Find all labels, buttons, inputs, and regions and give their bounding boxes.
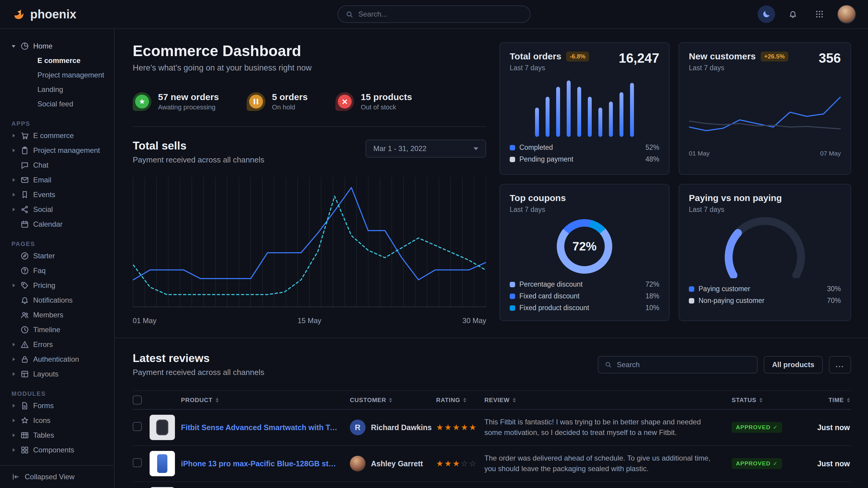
stat-blob-icon: × [335,92,354,111]
column-label: TIME [829,397,844,403]
all-products-button[interactable]: All products [764,356,823,373]
sidebar-item-authentication[interactable]: Authentication [0,352,114,366]
donut-center: 72% [564,227,605,266]
sidebar-item-icons[interactable]: Icons [0,413,114,428]
sidebar-item-events[interactable]: Events [0,187,114,202]
sidebar-item-faq[interactable]: Faq [0,263,114,278]
collapsed-view-toggle[interactable]: Collapsed View [0,465,114,488]
row-checkbox[interactable] [133,458,142,467]
column-header-customer[interactable]: CUSTOMER [350,397,436,403]
legend-swatch [510,294,515,299]
sidebar-item-forms[interactable]: Forms [0,398,114,413]
column-header-status[interactable]: STATUS [732,397,804,403]
sidebar-item-layouts[interactable]: Layouts [0,366,114,381]
select-all-checkbox[interactable] [133,395,142,404]
column-label: RATING [436,397,460,403]
navbar-actions [757,5,856,24]
product-link[interactable]: Fitbit Sense Advanced Smartwatch with To… [181,423,350,432]
legend-label: Percentage discount [519,280,583,289]
legend-swatch [510,145,515,151]
sidebar-item-chat[interactable]: Chat [0,158,114,172]
apps-menu-button[interactable] [811,5,828,23]
date-range-select[interactable]: Mar 1 - 31, 2022 [366,139,486,158]
search-icon [345,10,353,19]
sidebar-item-notifications[interactable]: Notifications [0,293,114,307]
clock-icon [20,325,29,334]
sidebar-item-project-management[interactable]: Project management [0,68,114,82]
sidebar-item-email[interactable]: Email [0,172,114,187]
sidebar-item-project-management[interactable]: Project management [0,143,114,158]
orders-legend: Completed52%Pending payment48% [510,143,659,163]
sort-icon [847,398,850,402]
sidebar-item-e-commerce[interactable]: E commerce [0,128,114,143]
sidebar-item-components[interactable]: Components [0,443,114,457]
column-label: STATUS [732,397,756,403]
legend-item: Paying customer30% [689,285,841,293]
sidebar-item-e-commerce[interactable]: E commerce [0,53,114,68]
brand[interactable]: phoenix [12,7,76,21]
card-period: Last 7 days [689,64,841,72]
top-navbar: phoenix [0,0,868,29]
sidebar-item-pricing[interactable]: Pricing [0,278,114,293]
sidebar-item-label: Tables [33,431,54,440]
column-header-product[interactable]: PRODUCT [181,397,350,403]
moon-icon [762,10,771,19]
sidebar-item-social-feed[interactable]: Social feed [0,97,114,111]
column-header-rating[interactable]: RATING [436,397,484,403]
mail-icon [20,175,29,185]
sidebar-item-label: Icons [33,416,50,425]
notifications-button[interactable] [784,5,802,23]
sidebar-item-timeline[interactable]: Timeline [0,322,114,337]
product-image[interactable] [150,451,175,476]
customer-avatar[interactable]: R [350,420,366,435]
product-link[interactable]: iPhone 13 pro max-Pacific Blue-128GB sto… [181,459,350,468]
order-bar [535,108,539,137]
user-avatar[interactable] [837,5,856,24]
new-customers-card: New customers +26.5% Last 7 days 356 01 … [679,42,851,175]
order-bar [630,83,634,137]
time-cell: Just now [804,459,851,468]
column-header-time[interactable]: TIME [804,397,851,403]
legend-value: 18% [645,292,659,300]
search-icon [604,361,612,368]
theme-toggle-button[interactable] [757,5,775,23]
reviews-search-input[interactable] [616,360,751,369]
star-icon: ★ [453,423,461,432]
calendar-icon [20,220,29,229]
column-label: REVIEW [484,397,510,403]
sidebar-item-landing[interactable]: Landing [0,82,114,97]
grid-icon [20,446,29,455]
sidebar-item-members[interactable]: Members [0,307,114,322]
bookmark-icon [20,190,29,199]
sidebar-item-label: Timeline [33,326,60,334]
row-checkbox[interactable] [133,422,142,431]
legend-value: 10% [645,304,659,312]
order-bar [619,92,623,137]
customer-avatar[interactable] [350,456,366,471]
more-options-button[interactable]: ... [829,356,851,373]
product-image[interactable] [150,415,175,440]
star-icon: ☆ [461,459,469,468]
search-input[interactable] [358,10,523,19]
compass-icon [20,251,29,260]
sidebar-item-errors[interactable]: Errors [0,337,114,352]
sidebar-item-tables[interactable]: Tables [0,428,114,443]
sidebar-item-starter[interactable]: Starter [0,248,114,263]
tag-icon [20,281,29,290]
sidebar-section-title-pages: PAGES [0,239,114,248]
table-row: Fitbit Sense Advanced Smartwatch with To… [133,410,851,446]
caret-spacer [11,254,16,258]
latest-reviews-section: Latest reviews Payment received across a… [115,337,868,488]
customer-name: Richard Dawkins [371,423,432,432]
column-header-review[interactable]: REVIEW [484,397,732,403]
sidebar-item-calendar[interactable]: Calendar [0,217,114,231]
sidebar-item-label: Layouts [33,370,59,378]
sidebar-item-social[interactable]: Social [0,202,114,217]
coupons-donut-chart: 72% [557,219,612,274]
product-image-cell [150,415,181,440]
stat-awating-processing: ★57 new ordersAwating processing [133,92,219,111]
caret-spacer [11,298,16,303]
stat-value: 15 products [361,92,412,102]
sidebar-item-home[interactable]: Home [0,39,114,53]
phone-image [157,454,167,473]
